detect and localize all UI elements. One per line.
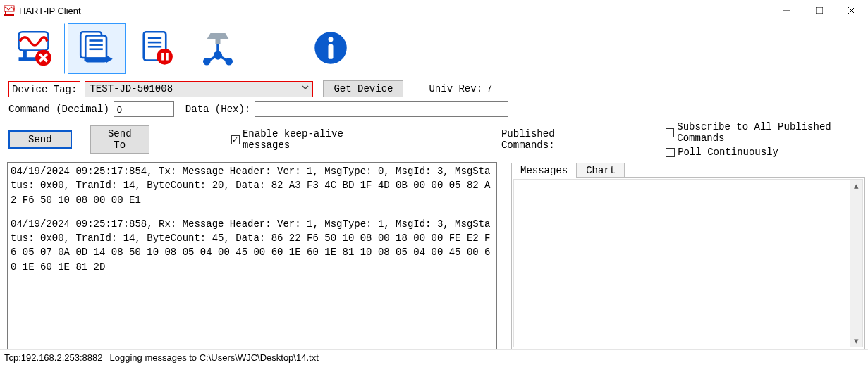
form-area: Device Tag: TEST-JD-501008 Get Device Un… <box>0 80 868 162</box>
get-device-button[interactable]: Get Device <box>323 80 403 97</box>
subscribe-all-label: Subscribe to All Published Commands <box>677 121 868 144</box>
send-button[interactable]: Send <box>8 130 72 149</box>
app-icon <box>4 5 15 16</box>
svg-point-33 <box>226 58 233 66</box>
svg-rect-26 <box>166 53 169 61</box>
toolbar <box>0 21 868 76</box>
device-tag-select[interactable]: TEST-JD-501008 <box>85 81 313 97</box>
scroll-down-icon[interactable]: ▾ <box>850 335 862 347</box>
info-button[interactable] <box>302 23 360 74</box>
published-commands-label: Published Commands: <box>501 128 605 151</box>
command-label: Command (Decimal) <box>8 104 109 115</box>
send-to-button[interactable]: Send To <box>90 125 149 154</box>
svg-point-31 <box>214 51 222 59</box>
window-title: HART-IP Client <box>19 6 81 16</box>
tab-chart[interactable]: Chart <box>577 163 625 178</box>
scroll-up-icon[interactable]: ▴ <box>850 180 862 192</box>
keep-alive-label: Enable keep-alive messages <box>243 128 384 151</box>
right-tabs: Messages Chart <box>511 162 868 177</box>
command-input[interactable] <box>114 101 174 117</box>
next-doc-icon <box>77 28 116 70</box>
log-entry: 04/19/2024 09:25:17:854, Tx: Message Hea… <box>11 164 494 207</box>
status-tcp: Tcp:192.168.2.253:8882 <box>4 352 103 363</box>
svg-rect-4 <box>816 7 823 14</box>
statusbar: Tcp:192.168.2.253:8882 Logging messages … <box>0 349 868 365</box>
svg-point-35 <box>329 37 334 42</box>
svg-point-24 <box>157 48 173 64</box>
svg-rect-27 <box>216 39 221 44</box>
chevron-down-icon <box>301 83 310 94</box>
disconnect-button[interactable] <box>7 23 65 74</box>
data-input[interactable] <box>255 101 508 117</box>
univ-rev-label: Univ Rev: <box>429 83 482 94</box>
svg-rect-7 <box>19 32 49 50</box>
device-tag-label: Device Tag: <box>8 81 80 97</box>
keep-alive-checkbox[interactable] <box>231 135 240 144</box>
titlebar: HART-IP Client <box>0 0 868 21</box>
messages-panel: ▴ ▾ <box>511 177 865 349</box>
subscribe-all-checkbox[interactable] <box>666 128 674 137</box>
svg-rect-25 <box>161 53 164 61</box>
next-doc-button[interactable] <box>68 23 126 74</box>
log-output[interactable]: 04/19/2024 09:25:17:854, Tx: Message Hea… <box>7 162 497 349</box>
pause-doc-icon <box>137 28 177 70</box>
close-button[interactable] <box>836 0 868 21</box>
info-icon <box>311 28 350 70</box>
log-entry: 04/19/2024 09:25:17:858, Rx: Message Hea… <box>11 217 494 274</box>
network-button[interactable] <box>189 23 247 74</box>
univ-rev-value: 7 <box>487 83 492 94</box>
maximize-button[interactable] <box>803 0 836 21</box>
svg-rect-36 <box>329 44 334 58</box>
pause-doc-button[interactable] <box>128 23 186 74</box>
poll-continuously-checkbox[interactable] <box>666 148 675 157</box>
status-logging: Logging messages to C:\Users\WJC\Desktop… <box>110 352 319 363</box>
minimize-button[interactable] <box>771 0 803 21</box>
disconnect-icon <box>16 28 56 70</box>
tab-messages[interactable]: Messages <box>511 163 577 178</box>
network-icon <box>198 28 238 70</box>
svg-marker-19 <box>106 55 113 63</box>
poll-continuously-label: Poll Continuously <box>678 147 778 158</box>
device-tag-value: TEST-JD-501008 <box>90 83 173 94</box>
scrollbar[interactable]: ▴ ▾ <box>850 180 862 347</box>
svg-point-32 <box>203 58 211 66</box>
data-label: Data (Hex): <box>185 104 250 115</box>
